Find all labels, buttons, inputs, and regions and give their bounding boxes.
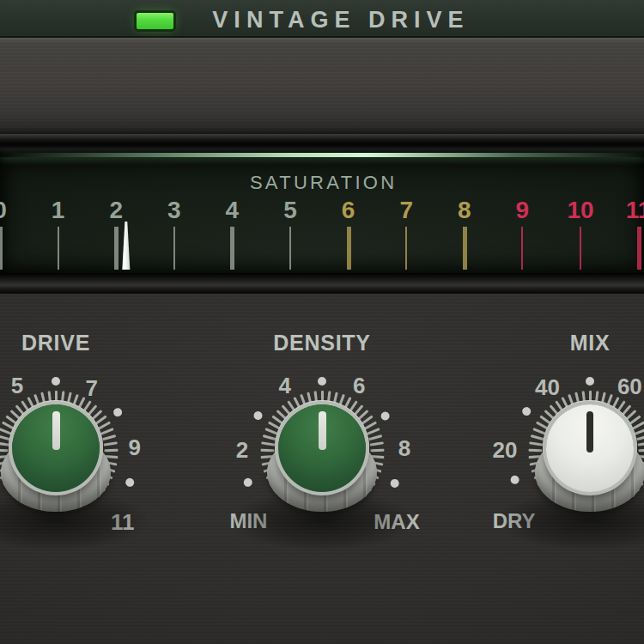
drive-knob[interactable] — [0, 319, 185, 577]
meter-scale-tick — [289, 227, 291, 270]
knob-pointer — [52, 411, 60, 450]
meter-scale-number: 7 — [379, 197, 434, 224]
top-panel — [0, 38, 644, 134]
meter-bezel-top — [0, 134, 644, 153]
meter-scale-number: 5 — [263, 197, 318, 224]
mix-knob[interactable] — [461, 319, 644, 577]
titlebar: VINTAGE DRIVE — [0, 0, 644, 38]
meter-scale-number: 6 — [321, 197, 376, 224]
knob-pointer — [319, 411, 326, 450]
saturation-meter: SATURATION 01234567891011 — [0, 153, 644, 273]
meter-scale-number: 3 — [147, 197, 202, 224]
meter-scale-tick — [637, 227, 641, 270]
meter-scale-tick — [347, 227, 351, 270]
meter-scale-number: 11 — [611, 197, 644, 224]
drive-knob-unit: DRIVE 57911 — [0, 319, 185, 577]
knob-cap — [546, 404, 634, 492]
meter-bezel-bottom — [0, 273, 644, 294]
knob-pointer — [586, 411, 593, 453]
mix-knob-unit: MIX DRY204060 — [461, 319, 644, 577]
knob-cap — [278, 404, 366, 492]
meter-scale-tick — [580, 227, 581, 270]
meter-scale-number: 9 — [495, 197, 550, 224]
meter-scale-tick — [463, 227, 467, 270]
meter-scale-number: 8 — [437, 197, 492, 224]
meter-scale-tick — [521, 227, 523, 270]
meter-scale-tick — [405, 227, 407, 270]
meter-scale-tick — [58, 227, 59, 270]
meter-scale-number: 10 — [553, 197, 608, 224]
knob-cap — [12, 404, 100, 492]
vintage-drive-plugin: VINTAGE DRIVE SATURATION 01234567891011 … — [0, 0, 644, 644]
meter-scale: 01234567891011 — [0, 153, 644, 273]
meter-scale-tick — [173, 227, 175, 270]
density-knob[interactable] — [193, 319, 451, 577]
meter-scale-number: 0 — [0, 197, 27, 224]
meter-scale-number: 1 — [31, 197, 86, 224]
meter-scale-tick — [114, 227, 118, 270]
plugin-title: VINTAGE DRIVE — [0, 0, 644, 38]
meter-scale-number: 2 — [88, 197, 143, 224]
meter-scale-tick — [230, 227, 234, 270]
density-knob-unit: DENSITY MIN2468MAX — [193, 319, 451, 577]
meter-scale-tick — [0, 227, 3, 270]
meter-scale-number: 4 — [204, 197, 259, 224]
